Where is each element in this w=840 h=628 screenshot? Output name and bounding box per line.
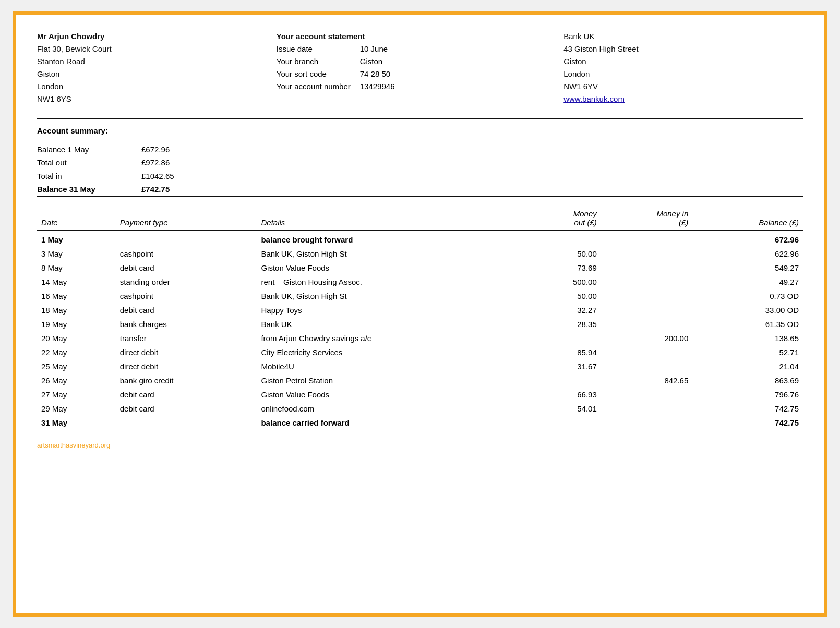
- account-summary: Account summary:: [37, 124, 803, 138]
- statement-info: Your account statement Issue date 10 Jun…: [277, 30, 564, 105]
- account-value: 13429946: [360, 80, 395, 93]
- customer-address-line5: NW1 6YS: [37, 93, 277, 105]
- document-container: Mr Arjun Chowdry Flat 30, Bewick Court S…: [13, 11, 827, 617]
- branch-value: Giston: [360, 55, 382, 68]
- table-row: 8 Maydebit cardGiston Value Foods73.6954…: [37, 261, 803, 275]
- table-row: 25 Maydirect debitMobile4U31.6721.04: [37, 359, 803, 373]
- customer-address: Mr Arjun Chowdry Flat 30, Bewick Court S…: [37, 30, 277, 105]
- issue-value: 10 June: [360, 43, 388, 55]
- table-row: 26 Maybank giro creditGiston Petrol Stat…: [37, 373, 803, 388]
- table-row: 22 Maydirect debitCity Electricity Servi…: [37, 345, 803, 359]
- bank-address4: NW1 6YV: [563, 80, 803, 93]
- table-row: 20 Maytransferfrom Arjun Chowdry savings…: [37, 331, 803, 345]
- table-row: 3 MaycashpointBank UK, Giston High St50.…: [37, 247, 803, 261]
- summary-row: Total out£972.86: [37, 156, 803, 170]
- customer-address-line1: Flat 30, Bewick Court: [37, 43, 277, 55]
- bank-website[interactable]: www.bankuk.com: [563, 93, 803, 105]
- col-payment-type: Payment type: [116, 197, 257, 231]
- statement-title: Your account statement: [277, 30, 564, 43]
- bank-address2: Giston: [563, 55, 803, 68]
- account-label: Your account number: [277, 80, 360, 93]
- table-row: 19 Maybank chargesBank UK28.3561.35 OD: [37, 317, 803, 331]
- customer-name: Mr Arjun Chowdry: [37, 30, 277, 43]
- col-money-in: Money in (£): [601, 197, 693, 231]
- sort-row: Your sort code 74 28 50: [277, 68, 564, 80]
- sort-value: 74 28 50: [360, 68, 390, 80]
- header-section: Mr Arjun Chowdry Flat 30, Bewick Court S…: [37, 30, 803, 105]
- branch-row: Your branch Giston: [277, 55, 564, 68]
- summary-row: Balance 1 May£672.96: [37, 143, 803, 156]
- bank-info: Bank UK 43 Giston High Street Giston Lon…: [563, 30, 803, 105]
- table-row: 16 MaycashpointBank UK, Giston High St50…: [37, 289, 803, 303]
- issue-label: Issue date: [277, 43, 360, 55]
- table-row: 31 Maybalance carried forward742.75: [37, 416, 803, 430]
- table-header-row: Date Payment type Details Money out (£) …: [37, 197, 803, 231]
- footer-link[interactable]: artsmarthasvineyard.org: [37, 441, 110, 449]
- customer-address-line2: Stanton Road: [37, 55, 277, 68]
- customer-address-line4: London: [37, 80, 277, 93]
- summary-title: Account summary:: [37, 124, 803, 138]
- col-details: Details: [257, 197, 527, 231]
- table-row: 14 Maystanding orderrent – Giston Housin…: [37, 275, 803, 289]
- issue-row: Issue date 10 June: [277, 43, 564, 55]
- sort-label: Your sort code: [277, 68, 360, 80]
- branch-label: Your branch: [277, 55, 360, 68]
- bank-address3: London: [563, 68, 803, 80]
- bank-address1: 43 Giston High Street: [563, 43, 803, 55]
- customer-address-line3: Giston: [37, 68, 277, 80]
- table-row: 18 Maydebit cardHappy Toys32.2733.00 OD: [37, 303, 803, 317]
- account-row: Your account number 13429946: [277, 80, 564, 93]
- bank-name: Bank UK: [563, 30, 803, 43]
- statement-table: Date Payment type Details Money out (£) …: [37, 196, 803, 430]
- col-balance: Balance (£): [692, 197, 803, 231]
- footer: artsmarthasvineyard.org: [37, 436, 803, 450]
- table-row: 29 Maydebit cardonlinefood.com54.01742.7…: [37, 402, 803, 416]
- table-row: 27 Maydebit cardGiston Value Foods66.937…: [37, 388, 803, 402]
- table-row: 1 Maybalance brought forward672.96: [37, 231, 803, 247]
- col-date: Date: [37, 197, 116, 231]
- header-divider: [37, 118, 803, 119]
- summary-row: Total in£1042.65: [37, 170, 803, 183]
- summary-rows-container: Balance 1 May£672.96Total out£972.86Tota…: [37, 143, 803, 196]
- summary-row: Balance 31 May£742.75: [37, 183, 803, 196]
- col-money-out: Money out (£): [527, 197, 601, 231]
